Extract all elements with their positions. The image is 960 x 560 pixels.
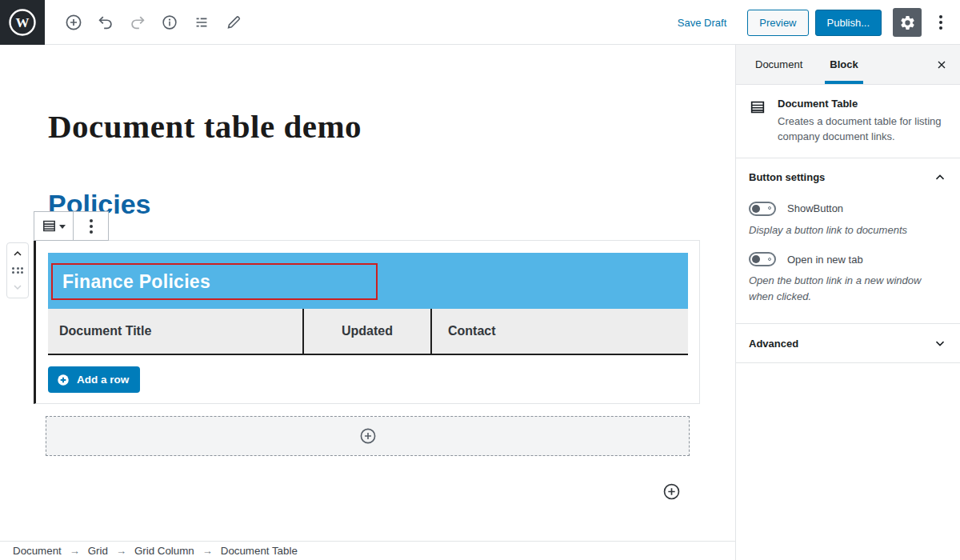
add-row-label: Add a row — [77, 374, 129, 386]
close-icon — [935, 58, 948, 71]
showbutton-toggle-label: ShowButton — [787, 202, 843, 214]
drag-handle-icon — [12, 267, 23, 274]
chevron-down-icon — [933, 336, 947, 350]
undo-button[interactable] — [90, 10, 122, 35]
tab-document[interactable]: Document — [750, 45, 807, 84]
breadcrumb-item-grid-column[interactable]: Grid Column — [134, 545, 194, 557]
showbutton-toggle-row: ShowButton — [749, 202, 947, 216]
settings-gear-button[interactable] — [893, 8, 922, 37]
breadcrumb: Document → Grid → Grid Column → Document… — [0, 541, 735, 560]
button-settings-title: Button settings — [749, 171, 825, 183]
settings-sidebar: Document Block Document Table Creates a … — [735, 45, 960, 560]
gear-icon — [899, 14, 916, 31]
column-header-document-title: Document Title — [48, 309, 302, 354]
breadcrumb-item-grid[interactable]: Grid — [88, 545, 108, 557]
block-card: Document Table Creates a document table … — [736, 85, 960, 158]
block-appender[interactable] — [46, 416, 690, 456]
publish-button[interactable]: Publish... — [815, 10, 882, 36]
redo-button[interactable] — [122, 10, 154, 35]
button-settings-panel: Button settings ShowButton Display a but… — [736, 158, 960, 325]
open-new-tab-toggle-help: Open the button link in a new window whe… — [749, 273, 947, 304]
advanced-panel-header[interactable]: Advanced — [736, 324, 960, 362]
sidebar-tabs: Document Block — [736, 45, 960, 85]
tab-block[interactable]: Block — [825, 45, 862, 84]
svg-text:W: W — [16, 15, 30, 30]
list-view-icon — [193, 14, 210, 31]
arrow-separator-icon: → — [70, 545, 80, 557]
showbutton-toggle[interactable] — [749, 202, 776, 216]
column-header-contact: Contact — [430, 309, 688, 354]
table-icon — [42, 218, 57, 234]
add-row-button[interactable]: Add a row — [48, 366, 140, 393]
redo-icon — [129, 14, 146, 31]
plus-alt-icon — [56, 373, 70, 387]
editor-toolbar — [58, 10, 250, 35]
arrow-separator-icon: → — [202, 545, 213, 557]
breadcrumb-item-document-table[interactable]: Document Table — [221, 545, 298, 557]
chevron-up-icon — [933, 170, 947, 185]
advanced-title: Advanced — [749, 338, 798, 350]
block-inserter-button[interactable] — [58, 10, 90, 35]
content-structure-button[interactable] — [154, 10, 186, 35]
open-new-tab-toggle-label: Open in new tab — [787, 254, 863, 266]
advanced-panel: Advanced — [736, 324, 960, 363]
button-settings-panel-header[interactable]: Button settings — [736, 158, 960, 197]
block-toolbar — [34, 211, 109, 241]
dropdown-caret-icon — [59, 225, 66, 229]
topbar-actions: Save Draft Preview Publish... — [678, 0, 950, 45]
drag-handle[interactable] — [9, 263, 26, 278]
table-header-row: Document Title Updated Contact — [48, 309, 688, 355]
preview-button[interactable]: Preview — [747, 10, 808, 36]
save-draft-button[interactable]: Save Draft — [678, 17, 726, 29]
button-settings-body: ShowButton Display a button link to docu… — [736, 202, 960, 324]
pencil-icon — [225, 14, 242, 31]
post-title-field[interactable]: Document table demo — [48, 107, 362, 146]
document-table-block[interactable]: Finance Policies Document Title Updated … — [34, 240, 700, 404]
arrow-separator-icon: → — [116, 545, 126, 557]
editor-canvas: Document table demo Policies — [0, 45, 735, 560]
block-mover — [6, 242, 29, 298]
close-sidebar-button[interactable] — [930, 53, 954, 77]
column-header-updated: Updated — [302, 309, 430, 354]
table-caption-bar: Finance Policies — [48, 253, 688, 309]
wordpress-logo-icon: W — [7, 7, 38, 38]
info-icon — [161, 14, 178, 31]
open-new-tab-toggle[interactable] — [749, 252, 776, 266]
table-caption-field[interactable]: Finance Policies — [51, 263, 378, 300]
block-card-text: Document Table Creates a document table … — [778, 98, 947, 145]
ellipsis-icon — [939, 15, 942, 30]
move-up-button[interactable] — [9, 246, 26, 261]
plus-circle-icon — [358, 426, 378, 446]
table-block-icon — [749, 98, 766, 145]
bottom-inserter-button[interactable] — [661, 481, 682, 502]
wordpress-logo-button[interactable]: W — [0, 0, 45, 45]
table-block-type-button[interactable] — [34, 212, 73, 240]
ellipsis-icon — [90, 219, 93, 234]
more-tools-button[interactable] — [931, 8, 950, 37]
plus-circle-icon — [64, 13, 83, 32]
undo-icon — [97, 14, 114, 31]
edit-mode-button[interactable] — [218, 10, 250, 35]
showbutton-toggle-help: Display a button link to documents — [749, 222, 947, 238]
plus-circle-icon — [662, 482, 682, 502]
block-title: Document Table — [778, 98, 947, 110]
block-description: Creates a document table for listing com… — [778, 114, 947, 145]
breadcrumb-item-document[interactable]: Document — [13, 545, 62, 557]
move-down-button[interactable] — [9, 280, 26, 294]
block-options-button[interactable] — [73, 212, 108, 240]
block-navigation-button[interactable] — [186, 10, 218, 35]
table-caption-text: Finance Policies — [53, 271, 210, 293]
editor-top-bar: W — [0, 0, 960, 45]
open-new-tab-toggle-row: Open in new tab — [749, 252, 947, 266]
